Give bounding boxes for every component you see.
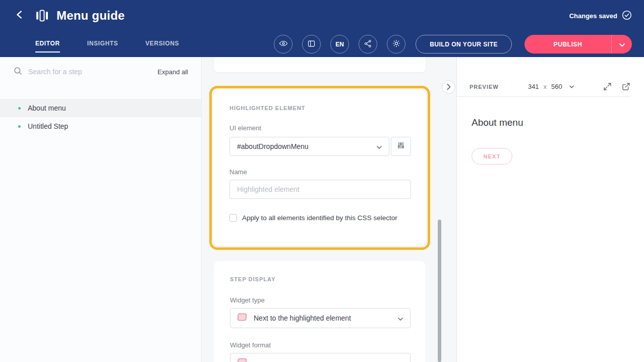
expand-all-link[interactable]: Expand all	[157, 68, 188, 76]
selector-settings-button[interactable]	[391, 137, 411, 156]
eye-icon	[279, 39, 288, 49]
preview-panel: PREVIEW 341 x 560 About menu NEXT	[456, 57, 644, 362]
section-title: STEP DISPLAY	[230, 276, 411, 282]
layout-button[interactable]	[302, 35, 321, 54]
changes-saved-label: Changes saved	[569, 12, 617, 20]
widget-type-value: Next to the highlighted element	[254, 314, 391, 322]
chevron-down-icon	[569, 85, 574, 88]
search-input[interactable]	[28, 68, 157, 76]
settings-button[interactable]	[387, 35, 405, 54]
collapse-preview-button[interactable]	[442, 80, 455, 94]
section-title: HIGHLIGHTED ELEMENT	[229, 105, 411, 111]
editor-cards-column: HIGHLIGHTED ELEMENT UI element #aboutDro…	[214, 57, 426, 362]
header-top-row: Menu guide Changes saved	[12, 0, 632, 31]
preview-next-button[interactable]: NEXT	[472, 148, 512, 165]
step-display-card: STEP DISPLAY Widget type Next to the hig…	[214, 261, 426, 362]
app-body: Expand all About menu Untitled Step HIGH…	[0, 57, 644, 362]
tutorial-highlight-ring: HIGHLIGHTED ELEMENT UI element #aboutDro…	[209, 86, 430, 250]
changes-saved-status: Changes saved	[569, 10, 632, 22]
preview-size-selector[interactable]: 341 x 560	[499, 83, 603, 90]
chevron-down-icon	[377, 142, 382, 150]
language-label: EN	[335, 41, 344, 48]
step-list: About menu Untitled Step	[0, 99, 201, 135]
ui-element-row: #aboutDropdownMenu	[229, 137, 411, 156]
header-actions: EN BUILD ON YOUR SITE PUBLISH	[264, 35, 632, 54]
check-circle-icon	[622, 10, 632, 22]
step-status-dot	[18, 107, 21, 110]
preview-title: PREVIEW	[470, 84, 499, 90]
publish-dropdown-button[interactable]	[611, 35, 632, 54]
step-status-dot	[18, 125, 21, 128]
preview-content: About menu NEXT	[457, 97, 630, 165]
step-item-label: About menu	[28, 104, 66, 112]
tab-versions[interactable]: VERSIONS	[145, 40, 179, 49]
step-item-about-menu[interactable]: About menu	[0, 99, 201, 117]
ui-element-label: UI element	[229, 124, 411, 132]
tab-editor[interactable]: EDITOR	[35, 40, 60, 49]
main-tabs: EDITOR INSIGHTS VERSIONS	[35, 40, 179, 49]
preview-header-row: PREVIEW 341 x 560	[457, 77, 630, 97]
ui-element-select[interactable]: #aboutDropdownMenu	[229, 137, 389, 156]
chevron-down-icon	[398, 314, 403, 322]
language-button[interactable]: EN	[330, 35, 349, 54]
widget-type-icon	[238, 313, 247, 323]
steps-sidebar: Expand all About menu Untitled Step	[0, 57, 202, 362]
widget-format-label: Widget format	[230, 341, 411, 349]
step-editor-panel: HIGHLIGHTED ELEMENT UI element #aboutDro…	[202, 57, 456, 362]
layout-panel-icon	[307, 39, 316, 49]
header-toolbar-row: EDITOR INSIGHTS VERSIONS EN	[12, 31, 632, 57]
widget-type-label: Widget type	[230, 296, 411, 304]
publish-button[interactable]: PUBLISH	[524, 35, 611, 54]
highlighted-element-name-input[interactable]	[229, 180, 411, 199]
preview-size-width: 341	[528, 83, 539, 90]
apply-all-checkbox[interactable]	[229, 214, 237, 222]
step-item-untitled-step[interactable]: Untitled Step	[0, 117, 201, 135]
highlighted-element-card: HIGHLIGHTED ELEMENT UI element #aboutDro…	[213, 90, 426, 246]
share-icon	[364, 39, 372, 49]
expand-preview-button[interactable]	[603, 82, 612, 91]
app-header: Menu guide Changes saved EDITOR INSIGHTS…	[0, 0, 644, 57]
chevron-down-icon	[619, 40, 625, 49]
apply-all-row: Apply to all elements identified by this…	[229, 214, 411, 222]
preview-size-separator: x	[544, 83, 547, 90]
preview-size-height: 560	[551, 83, 562, 90]
preview-step-title: About menu	[472, 117, 630, 128]
widget-format-icon	[238, 358, 247, 362]
publish-split-button: PUBLISH	[524, 35, 632, 54]
build-on-your-site-button[interactable]: BUILD ON YOUR SITE	[416, 35, 512, 54]
app-logo-icon	[35, 9, 49, 22]
back-chevron-icon	[14, 9, 25, 22]
share-button[interactable]	[359, 35, 377, 54]
sliders-icon	[397, 141, 405, 151]
preview-toolbar-icons	[603, 82, 630, 91]
editor-scrollbar-thumb[interactable]	[438, 220, 441, 362]
widget-format-select[interactable]	[230, 353, 411, 362]
widget-type-select[interactable]: Next to the highlighted element	[230, 308, 411, 328]
search-icon	[14, 67, 22, 77]
chevron-right-icon	[447, 83, 451, 92]
name-label: Name	[229, 168, 411, 176]
back-button[interactable]	[12, 8, 27, 23]
tab-insights[interactable]: INSIGHTS	[87, 40, 118, 49]
open-in-new-tab-button[interactable]	[622, 82, 630, 91]
previous-card-partial	[214, 57, 426, 72]
ui-element-value: #aboutDropdownMenu	[237, 142, 309, 150]
page-title: Menu guide	[56, 9, 125, 23]
step-item-label: Untitled Step	[28, 122, 68, 130]
preview-eye-button[interactable]	[274, 35, 292, 54]
step-search-row: Expand all	[0, 57, 201, 86]
gear-icon	[392, 39, 401, 49]
apply-all-label: Apply to all elements identified by this…	[242, 214, 397, 222]
